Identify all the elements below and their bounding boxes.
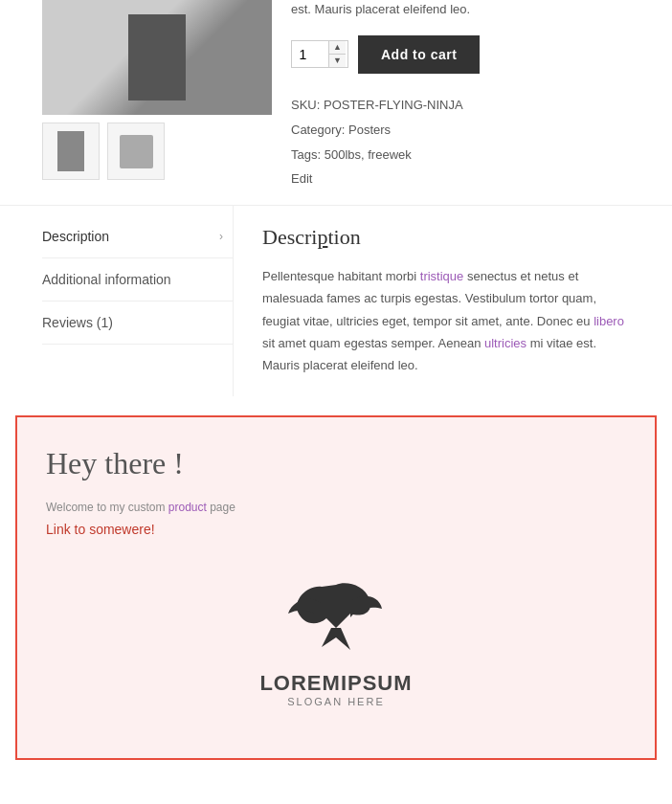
thumbnail-2[interactable] — [107, 123, 165, 180]
custom-subtitle-highlight: product — [168, 501, 207, 514]
tags-label: Tags: — [291, 147, 321, 162]
tab-content-title: Description — [262, 225, 630, 250]
product-meta: SKU: POSTER-FLYING-NINJA Category: Poste… — [291, 93, 630, 168]
main-product-image — [42, 0, 272, 115]
tag-500lbs[interactable]: 500lbs — [325, 147, 361, 162]
category-link[interactable]: Posters — [348, 123, 391, 137]
logo-slogan: SLOGAN HERE — [287, 696, 384, 707]
qty-arrows: ▲ ▼ — [328, 41, 346, 67]
tab-description-label: Description — [42, 229, 109, 244]
cart-row: ▲ ▼ Add to cart — [291, 35, 630, 74]
main-image-inner — [42, 0, 272, 115]
logo-bird-icon — [279, 566, 393, 661]
qty-down-button[interactable]: ▼ — [329, 55, 346, 67]
tag-freewek[interactable]: freewek — [368, 147, 412, 162]
highlight-libero: libero — [594, 314, 624, 328]
tabs-sidebar: Description › Additional information Rev… — [42, 206, 234, 396]
qty-up-button[interactable]: ▲ — [329, 41, 346, 55]
tab-description[interactable]: Description › — [42, 215, 233, 258]
tab-content-area: Description Pellentesque habitant morbi … — [234, 206, 630, 396]
product-short-description: est. Mauris placerat eleifend leo. — [291, 0, 630, 20]
logo-text: LOREMIPSUM — [259, 671, 412, 696]
quantity-input[interactable] — [292, 41, 328, 67]
tab-description-chevron: › — [219, 230, 223, 243]
poster-shape — [128, 14, 186, 100]
tab-reviews[interactable]: Reviews (1) — [42, 302, 233, 345]
tabs-section: Description › Additional information Rev… — [0, 205, 672, 396]
thumbnail-1[interactable] — [42, 123, 100, 180]
category-label: Category: — [291, 123, 345, 137]
quantity-wrapper: ▲ ▼ — [291, 40, 348, 68]
custom-section: Hey there ! Welcome to my custom product… — [15, 415, 657, 760]
category-row: Category: Posters — [291, 118, 630, 143]
add-to-cart-button[interactable]: Add to cart — [358, 35, 480, 74]
sku-row: SKU: POSTER-FLYING-NINJA — [291, 93, 630, 118]
edit-link[interactable]: Edit — [291, 171, 630, 186]
tab-additional-info-label: Additional information — [42, 272, 171, 287]
thumb-inner-2 — [120, 135, 153, 168]
logo-area: LOREMIPSUM SLOGAN HERE — [46, 566, 626, 707]
custom-heading: Hey there ! — [46, 446, 626, 481]
tags-row: Tags: 500lbs, freewek — [291, 143, 630, 168]
highlight-ultricies: ultricies — [484, 336, 526, 350]
sku-label: SKU: — [291, 98, 320, 112]
custom-link[interactable]: Link to somewere! — [46, 522, 155, 537]
top-section: est. Mauris placerat eleifend leo. ▲ ▼ A… — [0, 0, 672, 205]
custom-subtitle: Welcome to my custom product page — [46, 501, 626, 514]
product-images — [42, 0, 272, 186]
thumbnail-list — [42, 123, 272, 180]
logo-regular: LOREM — [259, 671, 340, 695]
logo-bold: IPSUM — [341, 671, 413, 695]
tab-additional-info[interactable]: Additional information — [42, 258, 233, 302]
tab-reviews-label: Reviews (1) — [42, 315, 113, 330]
highlight-tristique: tristique — [420, 269, 464, 283]
thumb-inner-1 — [57, 131, 84, 171]
sku-value: POSTER-FLYING-NINJA — [324, 98, 463, 112]
product-info: est. Mauris placerat eleifend leo. ▲ ▼ A… — [291, 0, 630, 186]
tab-content-body: Pellentesque habitant morbi tristique se… — [262, 265, 630, 377]
